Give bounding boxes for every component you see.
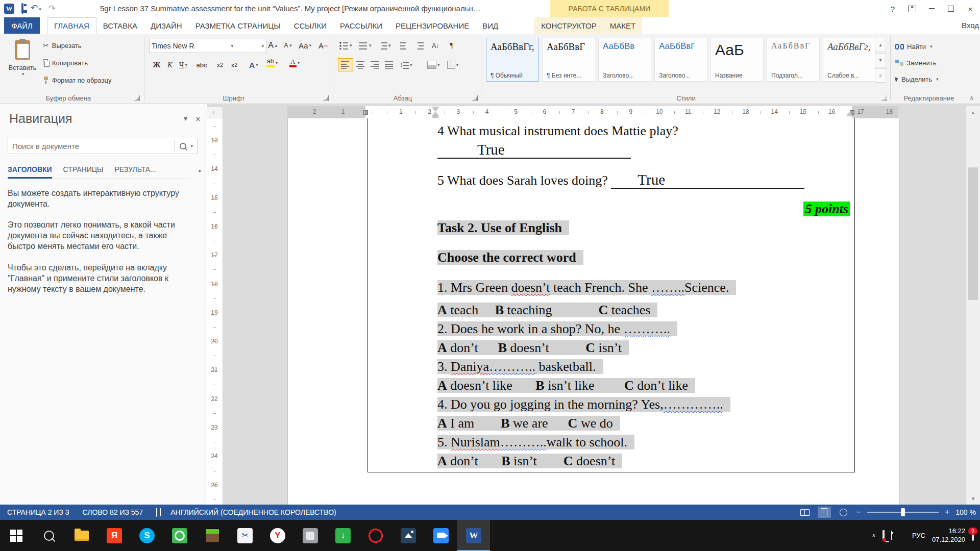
bullet-list-button[interactable]: ▾ [338, 39, 354, 52]
navigation-pane-close-button[interactable]: × [195, 114, 201, 124]
proofing-status-button[interactable] [156, 508, 157, 516]
styles-scroll-up-button[interactable]: ▲ [875, 38, 886, 52]
scrollbar-thumb[interactable] [968, 167, 978, 300]
copy-button[interactable]: Копировать [43, 56, 88, 69]
ribbon-tab[interactable]: РАЗМЕТКА СТРАНИЦЫ [189, 17, 287, 34]
style-card[interactable]: АаБНазвание [710, 38, 764, 82]
navigation-tab[interactable]: РЕЗУЛЬТА... [114, 165, 156, 179]
style-card[interactable]: АаБбВвГг,¶ Обычный [486, 38, 539, 82]
redo-button[interactable]: ↷ [48, 0, 56, 17]
print-layout-button[interactable] [818, 507, 831, 518]
restore-button[interactable] [941, 0, 961, 17]
paragraph-dialog-launcher[interactable] [472, 95, 478, 101]
cut-button[interactable]: ✂ Вырезать [43, 39, 82, 52]
taskbar-app-snipping-tool[interactable]: ✂ [229, 520, 261, 551]
zoom-slider[interactable] [867, 512, 939, 513]
change-case-button[interactable]: Аа▾ [297, 39, 313, 52]
language-switcher[interactable]: РУС [912, 532, 925, 539]
text-effects-button[interactable]: А▾ [246, 58, 261, 71]
increase-indent-button[interactable] [411, 39, 427, 52]
font-dialog-launcher[interactable] [323, 95, 329, 101]
taskbar-app-opera[interactable] [359, 520, 392, 551]
align-center-button[interactable] [353, 58, 369, 71]
taskbar-app-gray-app[interactable] [294, 520, 327, 551]
clipboard-dialog-launcher[interactable] [134, 95, 140, 101]
select-button[interactable]: Выделить ▾ [895, 72, 939, 86]
navigation-tab[interactable]: СТРАНИЦЫ [63, 165, 104, 179]
ribbon-tab[interactable]: ССЫЛКИ [287, 17, 333, 34]
style-card[interactable]: АаБбВвГПодзагол... [767, 38, 820, 82]
zoom-in-button[interactable]: + [945, 508, 949, 517]
ribbon-tab[interactable]: РАССЫЛКИ [333, 17, 389, 34]
language-indicator[interactable]: АНГЛИЙСКИЙ (СОЕДИНЕННОЕ КОРОЛЕВСТВО) [170, 508, 336, 516]
taskbar-app-search[interactable] [33, 520, 65, 551]
right-indent-marker[interactable] [847, 112, 853, 116]
navigation-tab[interactable]: ЗАГОЛОВКИ [8, 165, 52, 179]
numbered-list-button[interactable]: ▾ [357, 39, 373, 52]
style-card[interactable]: АаБбВвГ¶ Без инте... [542, 38, 595, 82]
ribbon-tab[interactable]: ВИД [476, 17, 505, 34]
align-left-button[interactable] [338, 58, 353, 71]
clock[interactable]: 16:22 07.12.2020 [932, 527, 965, 544]
styles-more-button[interactable]: ≡ [875, 68, 886, 83]
scroll-up-button[interactable]: ▲ [966, 106, 980, 118]
horizontal-ruler[interactable]: 21123456789101112131415161718 [223, 106, 966, 118]
shrink-font-button[interactable]: А▼ [281, 39, 296, 52]
action-center-button[interactable]: 9 [972, 531, 974, 540]
justify-button[interactable] [382, 58, 397, 71]
file-tab[interactable]: ФАЙЛ [4, 17, 40, 34]
font-size-combo[interactable]: ▾ [234, 39, 266, 53]
scroll-down-button[interactable]: ▼ [966, 492, 980, 505]
styles-scroll-down-button[interactable]: ▼ [875, 53, 886, 67]
superscript-button[interactable]: x2 [227, 58, 242, 71]
ribbon-tab[interactable]: ГЛАВНАЯ [47, 17, 96, 34]
ribbon-tab[interactable]: РЕЦЕНЗИРОВАНИЕ [389, 17, 476, 34]
line-spacing-button[interactable]: ↕▾ [398, 58, 414, 71]
page-indicator[interactable]: СТРАНИЦА 2 ИЗ 3 [7, 508, 69, 516]
hanging-indent-marker[interactable] [432, 112, 438, 116]
taskbar-app-y-browser[interactable]: Y [261, 520, 294, 551]
ribbon-tab[interactable]: МАКЕТ [603, 17, 642, 34]
search-icon[interactable] [180, 143, 186, 149]
paste-button[interactable]: Вставить ▾ [6, 36, 39, 99]
first-line-indent-marker[interactable] [432, 107, 438, 111]
taskbar-app-photos[interactable] [392, 520, 425, 551]
word-count-indicator[interactable]: СЛОВО 82 ИЗ 557 [83, 508, 143, 516]
save-button[interactable] [21, 4, 23, 13]
ribbon-tab[interactable]: ВСТАВКА [96, 17, 144, 34]
taskbar-app-start[interactable] [0, 520, 33, 551]
style-card[interactable]: АаБбВвЗаголово... [598, 38, 651, 82]
search-options-button[interactable]: ▾ [190, 143, 193, 148]
collapse-ribbon-button[interactable]: ∧ [969, 94, 974, 102]
taskbar-app-word[interactable]: W [457, 520, 490, 551]
clear-formatting-button[interactable]: А [315, 39, 331, 52]
sort-button[interactable]: А↓ [428, 39, 443, 52]
borders-button[interactable]: ▾ [445, 58, 460, 71]
navigation-tabs-overflow-arrow[interactable]: ▸ [199, 167, 202, 174]
hidden-icons-button[interactable]: ∧ [872, 532, 876, 539]
ribbon-display-options-button[interactable] [902, 0, 922, 17]
shading-button[interactable]: ▾ [426, 58, 442, 71]
taskbar-app-green-messenger[interactable] [163, 520, 196, 551]
align-right-button[interactable] [368, 58, 383, 71]
table-column-marker[interactable] [363, 110, 368, 115]
find-button[interactable]: Найти ▾ [895, 40, 933, 53]
web-layout-button[interactable] [837, 507, 850, 518]
vertical-scrollbar[interactable]: ▲ ▼ [966, 106, 980, 505]
navigation-pane-menu-button[interactable]: ▾ [184, 114, 187, 124]
undo-button[interactable]: ↶▾ [31, 0, 41, 18]
format-painter-button[interactable]: Формат по образцу [43, 73, 112, 87]
decrease-indent-button[interactable] [397, 39, 412, 52]
taskbar-app-skype[interactable]: S [131, 520, 163, 551]
battery-button[interactable] [891, 531, 892, 540]
styles-dialog-launcher[interactable] [881, 95, 887, 101]
style-card[interactable]: АаБбВвГЗаголово... [654, 38, 707, 82]
taskbar-app-zoom-app[interactable] [425, 520, 457, 551]
zoom-out-button[interactable]: − [856, 508, 861, 517]
close-button[interactable]: × [961, 0, 980, 17]
grow-font-button[interactable]: А▲ [265, 39, 281, 52]
taskbar-app-download-manager[interactable]: ↓ [327, 520, 359, 551]
ribbon-tab[interactable]: ДИЗАЙН [144, 17, 189, 34]
tray-display-button[interactable] [883, 531, 885, 540]
tab-stop-selector[interactable]: ∟ [207, 106, 223, 118]
